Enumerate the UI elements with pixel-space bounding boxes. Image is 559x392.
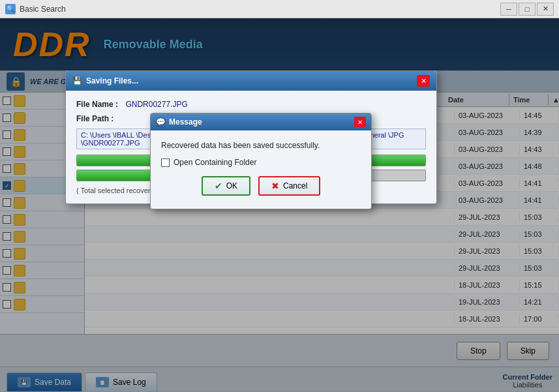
- message-dialog: 💬 Message ✕ Recovered data has been save…: [150, 113, 372, 209]
- message-dialog-body: Recovered data has been saved successful…: [151, 130, 371, 209]
- ok-label: OK: [226, 181, 237, 190]
- message-dialog-icon: 💬: [156, 117, 166, 127]
- ok-icon: ✔: [215, 181, 222, 191]
- cancel-label: Cancel: [283, 181, 307, 190]
- message-buttons: ✔ OK ✖ Cancel: [161, 176, 361, 202]
- close-button[interactable]: ✕: [537, 3, 554, 16]
- open-folder-row: Open Containing Folder: [161, 158, 361, 167]
- open-folder-checkbox[interactable]: [161, 158, 170, 167]
- title-bar: 🔍 Basic Search ─ □ ✕: [0, 0, 559, 18]
- ok-button[interactable]: ✔ OK: [202, 176, 250, 196]
- window-title: Basic Search: [20, 5, 496, 14]
- message-dialog-close[interactable]: ✕: [354, 117, 366, 127]
- open-folder-label: Open Containing Folder: [174, 158, 256, 167]
- message-dialog-overlay: 💬 Message ✕ Recovered data has been save…: [0, 18, 559, 392]
- minimize-button[interactable]: ─: [500, 3, 517, 16]
- maximize-button[interactable]: □: [519, 3, 536, 16]
- app-body: DDR Removable Media 🔒 WE ARE GOO: [0, 18, 559, 392]
- message-text: Recovered data has been saved successful…: [161, 141, 361, 150]
- message-dialog-titlebar: 💬 Message ✕: [151, 113, 371, 130]
- app-icon: 🔍: [5, 4, 16, 14]
- message-dialog-title: Message: [169, 117, 351, 127]
- window-controls: ─ □ ✕: [500, 3, 554, 16]
- cancel-icon: ✖: [271, 181, 279, 191]
- cancel-button[interactable]: ✖ Cancel: [258, 176, 320, 196]
